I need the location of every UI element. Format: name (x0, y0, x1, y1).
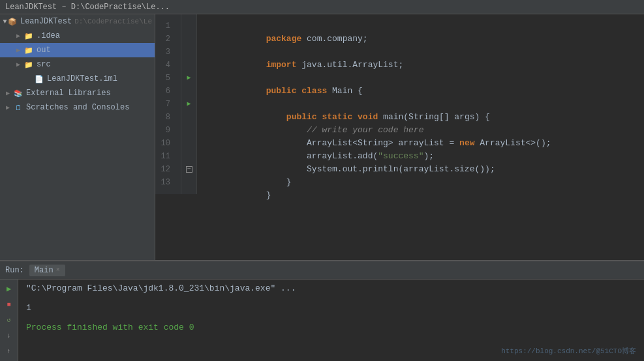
tree-arrow-out: ▶ (13, 46, 23, 54)
folder-icon-out: 📁 (23, 45, 34, 55)
play-icon: ▶ (7, 284, 11, 294)
sidebar-item-scratches[interactable]: ▶ 🗒 Scratches and Consoles (0, 100, 155, 115)
run-panel: Run: Main × ▶ ■ ↺ ↓ ↑ "C: (0, 260, 644, 361)
editor-content[interactable]: 1 2 3 4 5 6 7 8 9 10 11 12 13 (155, 14, 644, 260)
gutter-9 (181, 124, 196, 137)
token-10-1: arrayList.add( (266, 151, 378, 161)
sidebar-iml-label: LeanJDKTest.iml (47, 74, 117, 83)
line-num-11: 11 (158, 150, 176, 163)
line-gutter: ▶ ▶ − (181, 14, 197, 194)
sidebar-root-label: LeanJDKTest (20, 17, 72, 26)
sidebar-item-out[interactable]: ▶ 📁 out (0, 43, 155, 57)
gutter-10 (181, 137, 196, 150)
gutter-8 (181, 111, 196, 124)
run-output: "C:\Program Files\Java\jdk1.8.0_231\bin\… (18, 280, 644, 361)
gutter-13 (181, 176, 196, 189)
token-3-2: java.util.ArrayList; (301, 60, 403, 70)
code-line-3: import java.util.ArrayList; (205, 46, 636, 59)
token-10-3: ); (423, 151, 434, 161)
line-num-7: 7 (158, 98, 176, 111)
sidebar-src-label: src (37, 60, 51, 69)
run-content: ▶ ■ ↺ ↓ ↑ "C:\Program Files\Java\jdk1.8.… (0, 280, 644, 361)
run-tab-close[interactable]: × (56, 267, 60, 274)
gutter-12: − (181, 163, 196, 176)
code-container: 1 2 3 4 5 6 7 8 9 10 11 12 13 (155, 14, 644, 194)
line-num-9: 9 (158, 124, 176, 137)
gutter-3 (181, 46, 196, 59)
gutter-5[interactable]: ▶ (181, 72, 196, 85)
run-arrow-5[interactable]: ▶ (187, 72, 191, 85)
token-7-0 (266, 112, 286, 122)
run-arrow-7[interactable]: ▶ (187, 98, 191, 111)
run-tab-main[interactable]: Main × (29, 265, 65, 276)
main-layout: ▼ 📦 LeanJDKTest D:\CodePractise\Le ▶ 📁 .… (0, 14, 644, 260)
line-num-5: 5 (158, 72, 176, 85)
token-8-1: // write your code here (266, 125, 424, 135)
run-label: Run: (5, 266, 24, 275)
folder-icon-src: 📁 (23, 59, 34, 70)
sidebar-item-extlibs[interactable]: ▶ 📚 External Libraries (0, 86, 155, 100)
sidebar-item-src[interactable]: ▶ 📁 src (0, 57, 155, 72)
token-9-1: ArrayList<String> arrayList = (266, 138, 459, 148)
sidebar-item-root[interactable]: ▼ 📦 LeanJDKTest D:\CodePractise\Le (0, 14, 155, 29)
line-num-6: 6 (158, 85, 176, 98)
token-5-3: Main { (332, 86, 363, 96)
run-panel-tabs: Run: Main × (0, 261, 644, 280)
sidebar: ▼ 📦 LeanJDKTest D:\CodePractise\Le ▶ 📁 .… (0, 14, 155, 260)
scroll-down-icon: ↓ (7, 332, 10, 339)
token-13-1: } (266, 190, 271, 200)
run-output-line-3: 1 (26, 303, 636, 313)
token-7-3: void (358, 112, 383, 122)
scroll-up-icon: ↑ (7, 348, 10, 355)
line-num-4: 4 (158, 59, 176, 72)
lib-icon: 📚 (13, 88, 23, 98)
line-num-2: 2 (158, 33, 176, 46)
rerun-icon: ↺ (7, 316, 10, 324)
module-icon: 📦 (7, 16, 18, 27)
run-sidebar: ▶ ■ ↺ ↓ ↑ (0, 280, 18, 361)
scratch-icon: 🗒 (13, 102, 23, 113)
tree-arrow-extlibs: ▶ (3, 89, 13, 97)
sidebar-root-path: D:\CodePractise\Le (74, 18, 152, 25)
watermark: https://blog.csdn.net/@51CTO博客 (501, 346, 636, 356)
title-text: LeanJDKTest – D:\CodePractise\Le... (5, 3, 170, 12)
run-tab-label: Main (35, 266, 54, 275)
run-rerun-button[interactable]: ↺ (3, 313, 16, 326)
tree-arrow-src: ▶ (13, 61, 23, 68)
token-9-3: ArrayList<>(); (480, 138, 551, 148)
iml-file-icon: 📄 (34, 74, 44, 84)
stop-icon: ■ (7, 301, 10, 308)
sidebar-out-label: out (37, 46, 51, 55)
gutter-7[interactable]: ▶ (181, 98, 196, 111)
line-num-1: 1 (158, 20, 176, 33)
title-bar: LeanJDKTest – D:\CodePractise\Le... (0, 0, 644, 14)
tree-arrow-root: ▼ (3, 18, 7, 25)
run-scroll-up-button[interactable]: ↑ (3, 345, 16, 358)
tree-arrow-idea: ▶ (13, 32, 23, 40)
token-3-1: import (266, 60, 302, 70)
token-7-1: public (286, 112, 322, 122)
sidebar-idea-label: .idea (37, 31, 60, 40)
run-play-button[interactable]: ▶ (3, 282, 16, 295)
tree-arrow-scratches: ▶ (3, 104, 13, 111)
fold-icon-12[interactable]: − (186, 166, 192, 173)
run-output-line-4 (26, 313, 636, 323)
code-lines[interactable]: package com.company; import java.util.Ar… (197, 14, 644, 194)
token-5-2: class (301, 86, 332, 96)
run-output-line-5: Process finished with exit code 0 (26, 323, 636, 332)
run-scroll-button[interactable]: ↓ (3, 329, 16, 342)
code-line-5: public class Main { (205, 72, 636, 85)
gutter-1 (181, 20, 196, 33)
line-numbers: 1 2 3 4 5 6 7 8 9 10 11 12 13 (155, 14, 181, 194)
sidebar-item-iml[interactable]: ▶ 📄 LeanJDKTest.iml (0, 72, 155, 86)
token-9-2: new (459, 138, 480, 148)
line-num-13: 13 (158, 176, 176, 189)
sidebar-item-idea[interactable]: ▶ 📁 .idea (0, 29, 155, 43)
line-num-12: 12 (158, 163, 176, 176)
editor-area: 1 2 3 4 5 6 7 8 9 10 11 12 13 (155, 14, 644, 260)
folder-icon-idea: 📁 (23, 31, 34, 41)
code-line-1: package com.company; (205, 20, 636, 33)
line-num-10: 10 (158, 137, 176, 150)
gutter-2 (181, 33, 196, 46)
run-stop-button[interactable]: ■ (3, 298, 16, 311)
